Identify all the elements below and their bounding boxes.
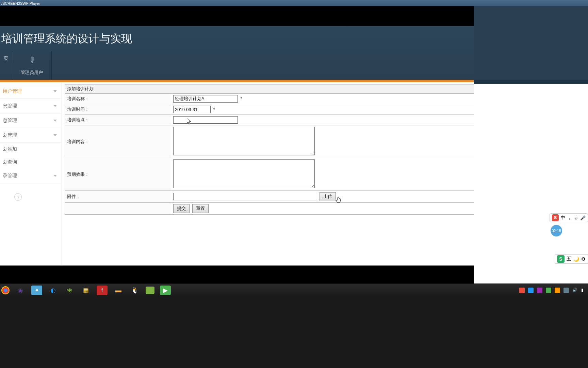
- system-tray: 🔊 ▮: [519, 288, 587, 293]
- tray-icon[interactable]: [546, 288, 551, 293]
- nav-tab-label: 页: [4, 56, 8, 61]
- label-training-content: 培训内容：: [65, 125, 171, 158]
- chevron-down-icon: [53, 134, 57, 136]
- flash-icon[interactable]: f: [97, 286, 108, 295]
- tray-network-icon[interactable]: ▮: [581, 288, 587, 293]
- tray-icon[interactable]: [537, 288, 542, 293]
- ime-moon-icon[interactable]: 🌙: [573, 256, 579, 262]
- sidebar-label: 划添加: [3, 146, 17, 152]
- ime-lang[interactable]: 中: [561, 215, 565, 221]
- tray-icon[interactable]: [555, 288, 560, 293]
- recording-time-bubble: 02:15: [551, 225, 562, 236]
- browser-icon[interactable]: ◐: [48, 286, 59, 295]
- sidebar-item-info1[interactable]: 息管理: [0, 99, 62, 113]
- chevron-down-icon: [53, 175, 57, 177]
- sidebar-label: 划查询: [3, 159, 17, 165]
- label-training-location: 培训地点：: [65, 115, 171, 125]
- ime-toolbar-bottom[interactable]: S 五 🌙 ⚙: [555, 254, 588, 264]
- sidebar-label: 息管理: [3, 103, 17, 109]
- sidebar-label: 息管理: [3, 118, 17, 124]
- chevron-down-icon: [53, 90, 57, 92]
- tray-icon[interactable]: [528, 288, 534, 293]
- chrome-icon[interactable]: [1, 286, 10, 294]
- label-training-time: 培训时间：: [65, 104, 171, 115]
- sidebar-item-record-mgmt[interactable]: 录管理: [0, 169, 62, 183]
- training-location-input[interactable]: [173, 116, 238, 124]
- qq-icon[interactable]: 🐧: [129, 286, 140, 295]
- ime-emoji-icon[interactable]: ☺: [574, 215, 578, 220]
- sogou-icon: S: [557, 255, 565, 263]
- chevron-down-icon: [53, 105, 57, 107]
- window-title-bar: /SCREEN2SWF Player: [0, 0, 588, 6]
- ime-punct[interactable]: ，: [567, 215, 572, 221]
- sidebar-label: 划管理: [3, 132, 17, 138]
- ime-wubi[interactable]: 五: [567, 256, 571, 262]
- tray-icon[interactable]: [564, 288, 569, 293]
- training-content-textarea[interactable]: [173, 127, 315, 155]
- notepad-icon[interactable]: ▦: [80, 286, 91, 295]
- sidebar-item-plan-mgmt[interactable]: 划管理: [0, 128, 62, 143]
- sidebar-item-plan-query[interactable]: 划查询: [0, 156, 62, 169]
- reset-button[interactable]: 重置: [192, 204, 209, 213]
- ime-toolbar-top[interactable]: S 中 ， ☺ 🎤: [550, 213, 588, 222]
- ime-mic-icon[interactable]: 🎤: [580, 215, 586, 220]
- sidebar-item-user-mgmt[interactable]: 用户管理: [0, 84, 62, 99]
- player-icon[interactable]: ▶: [160, 286, 171, 295]
- label-attachment: 附件：: [65, 191, 171, 203]
- tray-sogou-icon[interactable]: [519, 288, 525, 293]
- training-time-input[interactable]: [173, 106, 211, 113]
- required-marker: *: [213, 107, 215, 112]
- window-title: /SCREEN2SWF Player: [1, 1, 40, 5]
- required-marker: *: [241, 96, 242, 101]
- sogou-icon: S: [552, 214, 559, 221]
- sidebar-label: 用户管理: [3, 88, 22, 94]
- submit-button[interactable]: 提交: [173, 204, 190, 213]
- label-actions: [65, 203, 171, 215]
- ime-settings-icon[interactable]: ⚙: [581, 256, 586, 262]
- sidebar-collapse-button[interactable]: ‹: [14, 193, 22, 201]
- leaf-icon[interactable]: ❀: [64, 286, 75, 295]
- taskbar: ◉ ✦ ◐ ❀ ▦ f ▬ 🐧 ▶ 🔊 ▮: [0, 284, 588, 296]
- nav-tabs: 页 ✎ 管理员用户: [0, 51, 52, 80]
- training-name-input[interactable]: [173, 95, 238, 103]
- right-margin: [474, 6, 588, 283]
- expected-result-textarea[interactable]: [173, 159, 315, 188]
- upload-button[interactable]: 上传: [320, 192, 336, 201]
- wechat-icon[interactable]: [146, 287, 154, 294]
- nav-tab-admin[interactable]: ✎ 管理员用户: [12, 51, 52, 80]
- tray-volume-icon[interactable]: 🔊: [572, 288, 578, 293]
- nav-tab-home[interactable]: 页: [0, 51, 12, 80]
- sidebar: 用户管理 息管理 息管理 划管理 划添加 划查询 录管理 ‹: [0, 82, 62, 265]
- sidebar-item-info2[interactable]: 息管理: [0, 113, 62, 128]
- chevron-down-icon: [53, 120, 57, 122]
- sidebar-label: 录管理: [3, 173, 17, 179]
- label-expected-result: 预期效果：: [65, 158, 171, 191]
- sidebar-item-plan-add[interactable]: 划添加: [0, 143, 62, 156]
- attachment-input[interactable]: [173, 193, 318, 200]
- label-training-name: 培训名称：: [65, 94, 171, 104]
- eclipse-icon[interactable]: ◉: [15, 286, 26, 295]
- video-letterbox-bottom: [0, 265, 474, 283]
- explorer-icon[interactable]: ▬: [113, 286, 124, 295]
- app-icon[interactable]: ✦: [31, 286, 42, 295]
